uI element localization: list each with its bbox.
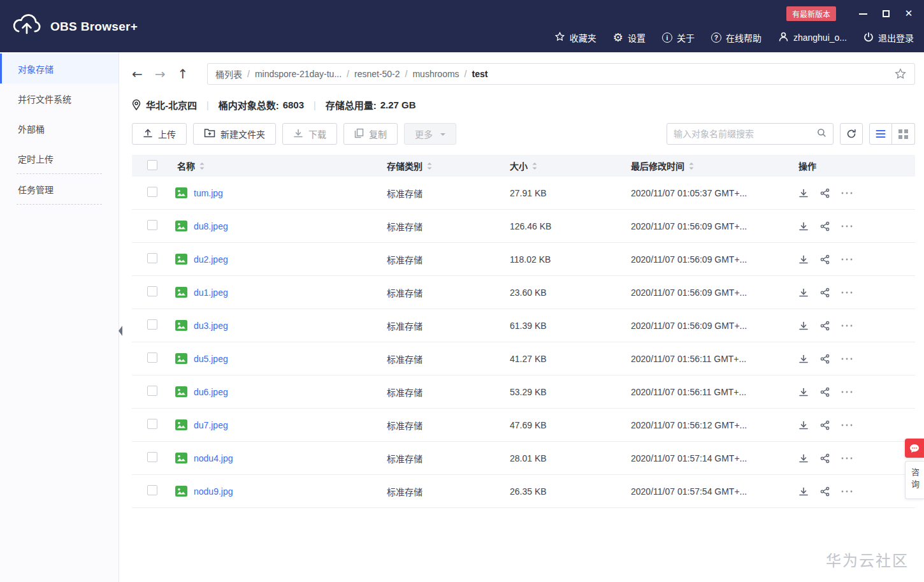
row-checkbox[interactable] bbox=[147, 386, 157, 396]
view-toggle bbox=[869, 123, 915, 145]
more-actions-icon[interactable] bbox=[841, 490, 853, 493]
share-icon[interactable] bbox=[820, 254, 830, 265]
object-name-link[interactable]: du8.jpeg bbox=[194, 221, 228, 231]
object-name-link[interactable]: du7.jpeg bbox=[194, 420, 228, 430]
share-icon[interactable] bbox=[820, 354, 830, 364]
share-icon[interactable] bbox=[820, 453, 830, 463]
forward-arrow-icon[interactable]: → bbox=[155, 66, 166, 82]
share-icon[interactable] bbox=[820, 387, 830, 397]
image-file-icon bbox=[175, 419, 187, 430]
download-icon[interactable] bbox=[798, 387, 809, 397]
sidebar-item-parallel-fs[interactable]: 并行文件系统 bbox=[0, 84, 119, 113]
object-name-link[interactable]: nodu9.jpg bbox=[194, 486, 233, 497]
select-all-checkbox[interactable] bbox=[147, 160, 157, 170]
sort-icon[interactable] bbox=[688, 162, 695, 170]
sort-icon[interactable] bbox=[426, 162, 433, 170]
share-icon[interactable] bbox=[820, 420, 830, 430]
back-arrow-icon[interactable]: ← bbox=[132, 66, 143, 82]
object-name-link[interactable]: du5.jpeg bbox=[194, 354, 228, 364]
share-icon[interactable] bbox=[820, 221, 830, 231]
sidebar-collapse-handle[interactable] bbox=[116, 323, 124, 338]
close-button[interactable]: ✕ bbox=[904, 9, 914, 19]
download-icon[interactable] bbox=[798, 188, 809, 198]
breadcrumb-bucket-list[interactable]: 桶列表 bbox=[215, 68, 242, 80]
breadcrumb-folder[interactable]: resnet-50-2 bbox=[354, 69, 400, 79]
object-name-link[interactable]: du1.jpeg bbox=[194, 287, 228, 298]
sidebar-item-object-storage[interactable]: 对象存储 bbox=[0, 54, 119, 84]
download-icon bbox=[293, 128, 303, 140]
more-actions-icon[interactable] bbox=[841, 391, 853, 393]
download-button[interactable]: 下载 bbox=[282, 123, 337, 145]
favorite-star-icon[interactable] bbox=[894, 68, 907, 80]
favorites-menu-item[interactable]: 收藏夹 bbox=[554, 31, 596, 44]
logout-menu-item[interactable]: 退出登录 bbox=[863, 31, 914, 44]
object-name-link[interactable]: tum.jpg bbox=[194, 188, 223, 198]
more-actions-icon[interactable] bbox=[841, 192, 853, 194]
download-icon[interactable] bbox=[798, 453, 809, 463]
list-view-button[interactable] bbox=[869, 123, 892, 145]
download-icon[interactable] bbox=[798, 254, 809, 265]
search-input[interactable] bbox=[674, 129, 817, 139]
row-checkbox[interactable] bbox=[147, 319, 157, 330]
modified-cell: 2020/11/07 01:57:54 GMT+... bbox=[626, 486, 793, 497]
row-checkbox[interactable] bbox=[147, 220, 157, 230]
up-arrow-icon[interactable]: ↑ bbox=[178, 66, 189, 82]
object-name-link[interactable]: du3.jpeg bbox=[194, 321, 228, 331]
minimize-button[interactable] bbox=[858, 9, 868, 19]
sort-icon[interactable] bbox=[199, 162, 205, 170]
grid-view-button[interactable] bbox=[892, 123, 915, 145]
image-file-icon bbox=[175, 453, 187, 463]
maximize-button[interactable] bbox=[881, 9, 891, 19]
new-folder-button[interactable]: 新建文件夹 bbox=[193, 123, 276, 145]
sidebar-item-task-management[interactable]: 任务管理 bbox=[0, 174, 119, 204]
refresh-button[interactable] bbox=[840, 123, 863, 145]
row-checkbox[interactable] bbox=[147, 452, 157, 462]
row-checkbox[interactable] bbox=[147, 353, 157, 363]
more-actions-icon[interactable] bbox=[841, 258, 853, 261]
settings-menu-item[interactable]: ⚙ 设置 bbox=[613, 31, 646, 44]
row-checkbox[interactable] bbox=[147, 286, 157, 296]
more-actions-icon[interactable] bbox=[841, 358, 853, 360]
more-actions-icon[interactable] bbox=[841, 225, 853, 228]
more-actions-icon[interactable] bbox=[841, 291, 853, 294]
about-menu-item[interactable]: i 关于 bbox=[662, 31, 695, 44]
storage-class-cell: 标准存储 bbox=[382, 220, 505, 233]
row-checkbox[interactable] bbox=[147, 419, 157, 429]
download-icon[interactable] bbox=[798, 321, 809, 331]
search-icon[interactable] bbox=[817, 128, 827, 140]
download-icon[interactable] bbox=[798, 287, 809, 298]
consult-panel[interactable]: 咨询 bbox=[905, 461, 924, 499]
more-actions-icon[interactable] bbox=[841, 457, 853, 460]
upload-button[interactable]: 上传 bbox=[132, 123, 187, 145]
sidebar-item-scheduled-upload[interactable]: 定时上传 bbox=[0, 143, 119, 173]
download-icon[interactable] bbox=[798, 486, 809, 497]
breadcrumb-folder[interactable]: mushrooms bbox=[412, 69, 459, 79]
row-checkbox[interactable] bbox=[147, 187, 157, 197]
online-help-menu-item[interactable]: ? 在线帮助 bbox=[711, 31, 762, 44]
row-checkbox[interactable] bbox=[147, 485, 157, 495]
share-icon[interactable] bbox=[820, 486, 830, 497]
update-badge[interactable]: 有最新版本 bbox=[786, 6, 836, 21]
modified-cell: 2020/11/07 01:56:09 GMT+... bbox=[626, 287, 793, 298]
row-checkbox[interactable] bbox=[147, 253, 157, 263]
object-name-link[interactable]: du6.jpeg bbox=[194, 387, 228, 397]
sort-icon[interactable] bbox=[531, 162, 538, 170]
breadcrumb-bucket[interactable]: mindspore-21day-tu... bbox=[255, 69, 342, 79]
more-button[interactable]: 更多 bbox=[404, 123, 456, 145]
object-name-link[interactable]: du2.jpeg bbox=[194, 254, 228, 265]
sidebar-item-label: 并行文件系统 bbox=[18, 92, 71, 105]
more-actions-icon[interactable] bbox=[841, 324, 853, 327]
sidebar-item-external-bucket[interactable]: 外部桶 bbox=[0, 113, 119, 143]
share-icon[interactable] bbox=[820, 188, 830, 198]
download-icon[interactable] bbox=[798, 420, 809, 430]
download-icon[interactable] bbox=[798, 221, 809, 231]
share-icon[interactable] bbox=[820, 321, 830, 331]
share-icon[interactable] bbox=[820, 287, 830, 298]
more-actions-icon[interactable] bbox=[841, 424, 853, 426]
chat-bubble-icon[interactable] bbox=[905, 439, 924, 458]
copy-button[interactable]: 复制 bbox=[343, 123, 398, 145]
download-icon[interactable] bbox=[798, 354, 809, 364]
account-menu-item[interactable]: zhanghui_o... bbox=[778, 31, 847, 44]
object-name-link[interactable]: nodu4.jpg bbox=[194, 453, 233, 463]
image-file-icon bbox=[175, 254, 187, 265]
